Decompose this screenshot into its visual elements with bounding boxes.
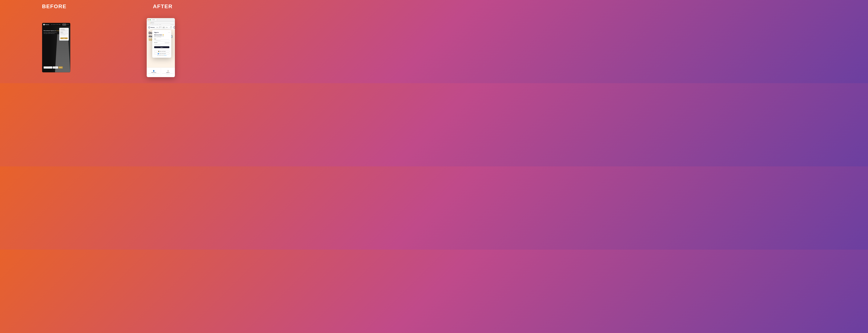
before-password-label: Password	[60, 32, 68, 33]
site-cards-row: 👤 Create account Aliquam erat volutpat. …	[147, 68, 175, 77]
site-logo-icon: T	[148, 27, 150, 28]
bookmark-apps[interactable]: Apps	[148, 24, 149, 25]
browser-maximize-dot[interactable]	[150, 20, 151, 20]
before-nav-jobs[interactable]: Jobs	[51, 24, 52, 25]
modal-divider: Or	[154, 49, 169, 50]
before-password-field: Password Password	[60, 32, 68, 34]
after-label: AFTER	[108, 3, 217, 9]
browser-lock-icon: 🔒	[150, 23, 151, 23]
modal-password-input[interactable]: At least 8 characters	[154, 44, 169, 45]
modal-password-label: Password	[154, 42, 157, 43]
card-apply-desc: Curabitur ut enim maximus ligula. Nam a …	[162, 73, 174, 75]
browser-tab-close[interactable]: ×	[155, 20, 155, 20]
modal-facebook-btn[interactable]: f Sign in with Facebook	[154, 53, 169, 55]
browser-dots	[148, 20, 151, 20]
card-create-desc: Aliquam erat volutpat. Nam dapibus nippe…	[148, 73, 160, 75]
site-logo-text: Talentvis	[151, 27, 155, 28]
modal-divider-right	[163, 49, 169, 49]
site-signup-btn[interactable]: Sign Up	[174, 26, 175, 29]
site-content: T Talentvis Jobs Services ▾ Career Advic…	[147, 26, 175, 77]
browser-back-btn[interactable]: ‹	[148, 22, 148, 24]
site-logo: T Talentvis	[148, 27, 155, 28]
modal-footer: Don't you have an account? Sign up	[154, 55, 169, 56]
modal-title: Sign In	[154, 32, 158, 33]
site-card-apply: 📋 Apply job Curabitur ut enim maximus li…	[161, 68, 175, 77]
before-login-form: Username/Email Username/Email Password P…	[59, 28, 69, 40]
modal-header: Sign In ×	[154, 32, 169, 33]
before-nav-services[interactable]: Services	[53, 24, 56, 25]
browser-url: talentvis.com	[151, 23, 154, 23]
before-forgot-link[interactable]: Forgot Your Password?	[60, 35, 68, 35]
card-create-title: Create account	[151, 72, 156, 73]
site-nav-class[interactable]: Class	[166, 27, 168, 28]
site-nav-services[interactable]: Services ▾	[159, 27, 161, 28]
browser-chrome: New Tab × +	[147, 18, 175, 22]
modal-email-label: Email	[154, 39, 169, 39]
before-label: BEFORE	[0, 3, 108, 9]
bookmark-memes[interactable]: Memes	[156, 24, 158, 25]
before-search-btn[interactable]: Search	[59, 66, 63, 69]
modal-google-btn[interactable]: Sign in with Google	[154, 51, 169, 52]
content-row: T Talentvis Jobs Services Career About R…	[0, 12, 217, 83]
site-nav-career[interactable]: Career Advice	[163, 27, 165, 28]
before-nav-btns: Register Login	[62, 24, 69, 25]
site-nav-jobs[interactable]: Jobs	[157, 27, 158, 28]
modal-forgot-link[interactable]: Forgot Password?	[165, 42, 169, 43]
before-username-field: Username/Email Username/Email	[60, 29, 68, 31]
before-logo: T Talentvis	[43, 24, 49, 25]
before-username-input[interactable]: Username/Email	[60, 30, 68, 31]
before-login-nav-btn[interactable]: Login	[66, 24, 69, 25]
before-login-submit-btn[interactable]: Login	[60, 37, 68, 39]
browser-tab-label: New Tab	[152, 20, 155, 20]
before-logo-text: Talentvis	[45, 24, 49, 25]
google-icon	[158, 51, 159, 52]
after-panel: New Tab × + ‹ › 🔒 talentvis.com Apps Blo…	[147, 18, 175, 77]
signin-modal: Sign In × Welcome Back 👋 Today is a new …	[152, 30, 171, 58]
site-lang-btn[interactable]: EN ▾	[170, 26, 172, 29]
before-nav-career[interactable]: Career	[56, 24, 58, 25]
bookmark-work[interactable]: Work	[155, 24, 156, 25]
browser-forward-btn[interactable]: ›	[148, 22, 148, 24]
before-nav-about[interactable]: About	[59, 24, 61, 25]
bookmark-inspirations[interactable]: Inspirations	[151, 24, 154, 25]
browser-new-tab-btn[interactable]: +	[157, 19, 157, 21]
site-navbar: T Talentvis Jobs Services ▾ Career Advic…	[147, 26, 175, 30]
before-hero-subtitle: Search jobs in Singapore and find your n…	[43, 32, 57, 34]
before-navbar: T Talentvis Jobs Services Career About R…	[42, 23, 70, 26]
before-search-input[interactable]: Enter Designation or keyword	[43, 66, 52, 69]
card-apply-title: Apply job	[166, 72, 169, 73]
browser-tab[interactable]: New Tab ×	[151, 19, 156, 21]
modal-password-row: Password Forgot Password?	[154, 42, 169, 43]
browser-address-bar[interactable]: 🔒 talentvis.com	[149, 22, 174, 24]
before-panel: T Talentvis Jobs Services Career About R…	[42, 23, 70, 72]
before-register-btn[interactable]: Register	[62, 24, 66, 25]
browser-close-dot[interactable]	[148, 20, 148, 20]
card-create-icon: 👤	[153, 70, 155, 72]
modal-signup-link[interactable]: Sign up	[164, 55, 166, 56]
modal-subtitle: Today is a new day. It's your day. Sign …	[154, 36, 169, 38]
before-hero: Recruitment Agency in Singapore Search j…	[42, 26, 70, 72]
site-card-create: 👤 Create account Aliquam erat volutpat. …	[147, 68, 161, 77]
other-bookmarks[interactable]: Other Bookmarks	[170, 24, 174, 25]
card-apply-icon: 📋	[167, 70, 169, 72]
facebook-icon: f	[158, 53, 159, 54]
modal-divider-left	[154, 49, 161, 49]
browser-address-row: ‹ › 🔒 talentvis.com	[147, 22, 175, 24]
modal-or-text: Or	[161, 49, 162, 50]
before-search-location[interactable]: Singapore	[53, 66, 58, 69]
browser-nav-btns: ‹ ›	[148, 22, 148, 24]
browser-minimize-dot[interactable]	[149, 20, 150, 20]
bookmark-ux[interactable]: UX Guides	[159, 24, 161, 25]
section-labels: BEFORE AFTER	[0, 0, 217, 12]
before-password-input[interactable]: Password	[60, 33, 68, 34]
bookmark-blogs[interactable]: Blogs	[149, 24, 151, 25]
before-nav-links: Jobs Services Career About	[51, 24, 61, 25]
modal-close-btn[interactable]: ×	[168, 32, 169, 33]
before-username-label: Username/Email	[60, 29, 68, 30]
before-inner: T Talentvis Jobs Services Career About R…	[42, 23, 70, 72]
modal-email-input[interactable]: Example@email.com	[154, 40, 169, 41]
modal-signin-btn[interactable]: Sign in	[154, 46, 169, 48]
before-logo-icon: T	[43, 24, 45, 25]
browser-bookmarks-row: Apps Blogs Inspirations Work Memes UX Gu…	[147, 24, 175, 26]
before-search-placeholder: Enter Designation or keyword	[44, 67, 52, 68]
